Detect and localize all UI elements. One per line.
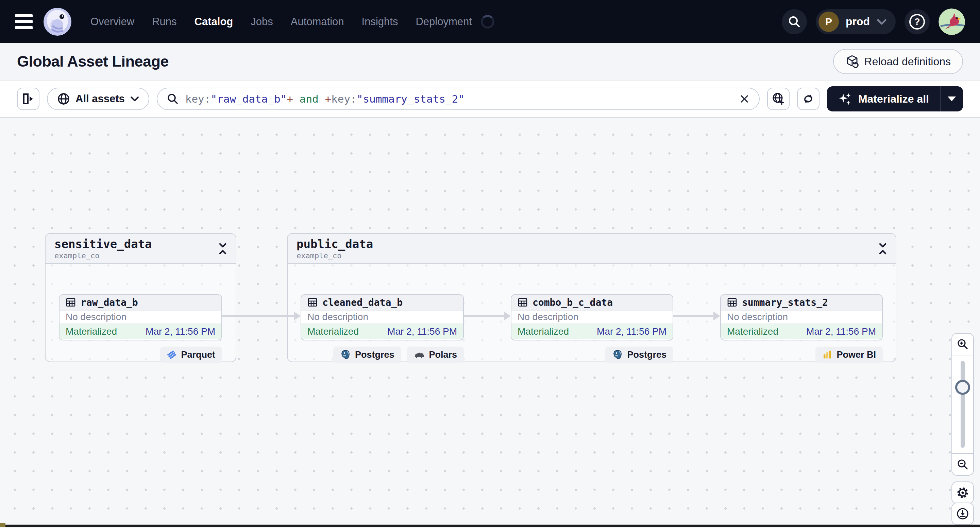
search-button[interactable] bbox=[782, 9, 807, 34]
edge-arrowhead bbox=[294, 312, 301, 320]
asset-node-summary-stats-2[interactable]: summary_stats_2 No description Materiali… bbox=[720, 294, 883, 341]
dagster-logo[interactable] bbox=[43, 7, 72, 36]
materialize-options-button[interactable] bbox=[940, 86, 963, 111]
top-nav: Overview Runs Catalog Jobs Automation In… bbox=[0, 0, 980, 43]
tag-postgres[interactable]: Postgres bbox=[333, 347, 401, 363]
zoom-slider-thumb[interactable] bbox=[955, 380, 970, 395]
tag-powerbi[interactable]: Power BI bbox=[815, 347, 883, 363]
gear-icon bbox=[956, 486, 969, 499]
nav-item-jobs[interactable]: Jobs bbox=[251, 16, 273, 28]
asset-node-header: cleaned_data_b bbox=[301, 295, 463, 311]
zoom-in-icon bbox=[956, 338, 969, 350]
nav-item-catalog[interactable]: Catalog bbox=[194, 16, 233, 28]
tag-parquet[interactable]: Parquet bbox=[160, 347, 222, 363]
asset-description: No description bbox=[59, 311, 221, 324]
materialization-timestamp[interactable]: Mar 2, 11:56 PM bbox=[597, 326, 667, 337]
help-button[interactable]: ? bbox=[905, 9, 930, 34]
materialize-all-button[interactable]: Materialize all bbox=[827, 86, 940, 111]
open-panel-button[interactable] bbox=[17, 88, 40, 110]
status-badge: Materialized bbox=[517, 326, 569, 337]
tag-row: Postgres bbox=[511, 347, 673, 363]
zoom-slider[interactable] bbox=[952, 355, 973, 453]
chevron-down-icon bbox=[130, 96, 139, 102]
nav-item-automation[interactable]: Automation bbox=[291, 16, 344, 28]
group-repo: example_co bbox=[54, 251, 227, 260]
asset-description: No description bbox=[301, 311, 463, 324]
nav-item-insights[interactable]: Insights bbox=[362, 16, 398, 28]
group-title: public_data bbox=[296, 237, 887, 251]
polars-icon bbox=[414, 350, 425, 359]
zoom-slider-track[interactable] bbox=[961, 361, 965, 448]
tag-polars[interactable]: Polars bbox=[407, 347, 464, 363]
nav-item-runs[interactable]: Runs bbox=[152, 16, 177, 28]
tag-row: Parquet bbox=[59, 347, 222, 363]
postgres-icon bbox=[612, 349, 623, 360]
tag-postgres[interactable]: Postgres bbox=[605, 347, 673, 363]
group-title: sensitive_data bbox=[54, 237, 227, 251]
edge-cleaned-to-combo bbox=[464, 315, 504, 317]
reload-definitions-label: Reload definitions bbox=[864, 55, 951, 68]
search-icon bbox=[167, 93, 178, 105]
asset-node-raw-data-b[interactable]: raw_data_b No description Materialized M… bbox=[59, 294, 222, 341]
status-badge: Materialized bbox=[66, 326, 117, 337]
download-icon bbox=[956, 507, 969, 520]
materialize-all-split-button: Materialize all bbox=[827, 86, 963, 111]
edge-arrowhead bbox=[713, 312, 720, 320]
asset-name: combo_b_c_data bbox=[533, 297, 613, 308]
reload-definitions-button[interactable]: Reload definitions bbox=[833, 49, 963, 74]
asset-node-cleaned-data-b[interactable]: cleaned_data_b No description Materializ… bbox=[301, 294, 464, 341]
panel-toggle-icon bbox=[22, 93, 34, 105]
materialization-timestamp[interactable]: Mar 2, 11:56 PM bbox=[146, 326, 215, 337]
env-avatar: P bbox=[818, 11, 839, 32]
tag-label: Parquet bbox=[181, 350, 215, 360]
globe-icon bbox=[57, 92, 70, 105]
view-scope-button[interactable] bbox=[767, 88, 789, 110]
asset-status-row[interactable]: Materialized Mar 2, 11:56 PM bbox=[511, 324, 673, 339]
zoom-controls bbox=[951, 333, 974, 476]
group-header[interactable]: public_data example_co bbox=[288, 234, 896, 264]
zoom-in-button[interactable] bbox=[952, 334, 973, 355]
edge-combo-to-summary bbox=[673, 315, 714, 317]
tag-row: Postgres Polars bbox=[301, 347, 464, 363]
collapse-group-icon[interactable] bbox=[217, 243, 228, 255]
download-graph-button[interactable] bbox=[951, 503, 974, 525]
materialization-timestamp[interactable]: Mar 2, 11:56 PM bbox=[806, 326, 876, 337]
globe-add-icon bbox=[772, 92, 785, 106]
asset-node-combo-b-c-data[interactable]: combo_b_c_data No description Materializ… bbox=[511, 294, 673, 341]
refresh-button[interactable] bbox=[797, 88, 819, 110]
parquet-icon bbox=[167, 350, 177, 360]
caret-down-icon bbox=[948, 97, 956, 101]
status-badge: Materialized bbox=[307, 326, 359, 337]
lineage-canvas[interactable]: sensitive_data example_co public_data ex… bbox=[0, 118, 980, 525]
graph-settings-button[interactable] bbox=[951, 482, 974, 504]
asset-node-header: combo_b_c_data bbox=[511, 295, 673, 311]
asset-node-header: summary_stats_2 bbox=[721, 295, 882, 311]
group-repo: example_co bbox=[296, 251, 887, 260]
tag-label: Polars bbox=[429, 350, 457, 360]
deployment-switcher[interactable]: P prod bbox=[816, 9, 896, 34]
chevron-down-icon bbox=[877, 18, 887, 25]
clear-search-button[interactable] bbox=[739, 94, 749, 104]
edge-arrowhead bbox=[504, 312, 511, 320]
asset-status-row[interactable]: Materialized Mar 2, 11:56 PM bbox=[59, 324, 221, 339]
asset-status-row[interactable]: Materialized Mar 2, 11:56 PM bbox=[721, 324, 882, 339]
menu-icon[interactable] bbox=[15, 14, 33, 29]
zoom-out-button[interactable] bbox=[952, 453, 973, 475]
nav-item-deployment[interactable]: Deployment bbox=[415, 16, 472, 28]
collapse-group-icon[interactable] bbox=[877, 243, 888, 255]
nav-right-cluster: P prod ? bbox=[782, 8, 965, 35]
asset-name: raw_data_b bbox=[81, 297, 138, 308]
asset-status-row[interactable]: Materialized Mar 2, 11:56 PM bbox=[301, 324, 463, 339]
table-icon bbox=[727, 297, 737, 308]
user-avatar[interactable] bbox=[939, 8, 965, 35]
tag-label: Postgres bbox=[627, 350, 667, 360]
nav-item-overview[interactable]: Overview bbox=[91, 16, 134, 28]
page-title: Global Asset Lineage bbox=[17, 53, 169, 70]
cardinal-avatar-image bbox=[939, 8, 965, 35]
asset-scope-dropdown[interactable]: All assets bbox=[47, 88, 149, 110]
group-header[interactable]: sensitive_data example_co bbox=[46, 234, 235, 264]
materialization-timestamp[interactable]: Mar 2, 11:56 PM bbox=[387, 326, 457, 337]
window-bottom-edge bbox=[0, 525, 980, 527]
sparkles-icon bbox=[838, 92, 852, 106]
asset-search-input[interactable]: key:"raw_data_b"+ and +key:"summary_stat… bbox=[157, 88, 760, 110]
